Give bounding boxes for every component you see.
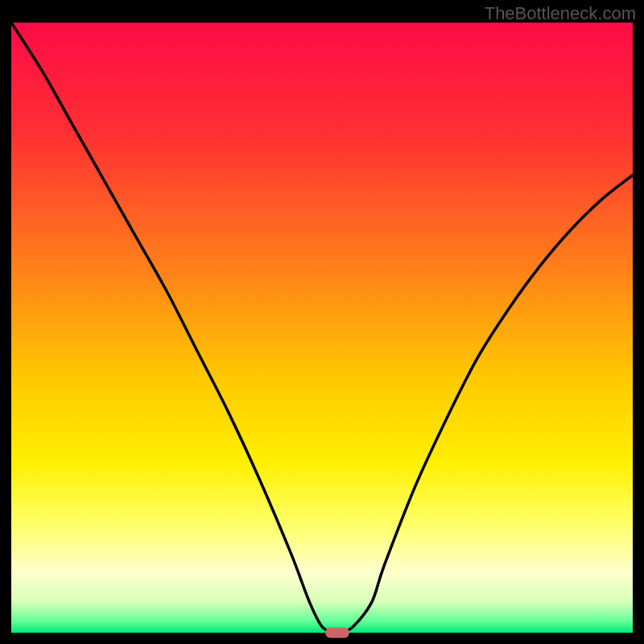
optimal-point-marker [325,628,349,638]
bottleneck-curve [11,23,633,633]
chart-container: TheBottleneck.com [0,0,644,644]
watermark-text: TheBottleneck.com [485,3,636,24]
plot-area [11,23,633,633]
